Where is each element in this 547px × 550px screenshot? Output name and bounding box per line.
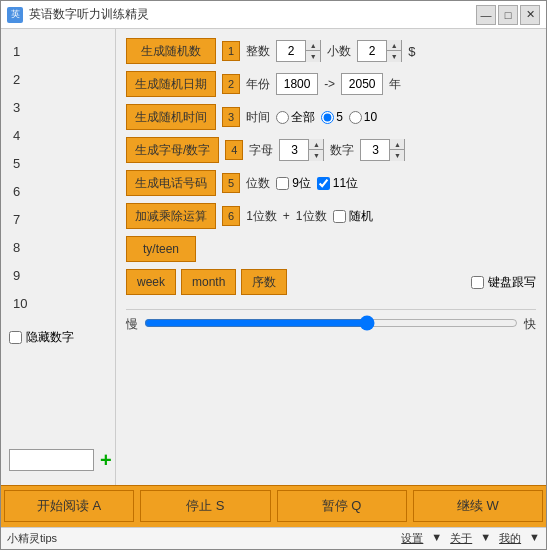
title-bar: 英 英语数字听力训练精灵 — □ ✕ [1, 1, 546, 29]
continue-button[interactable]: 继续 W [413, 490, 543, 522]
footer-bar: 开始阅读 A 停止 S 暂停 Q 继续 W [1, 485, 546, 527]
list-item: 10 [9, 293, 107, 315]
stop-button[interactable]: 停止 S [140, 490, 270, 522]
right-panel: 生成随机数 1 整数 ▲ ▼ 小数 ▲ ▼ [116, 29, 546, 485]
radio-10-input[interactable] [349, 111, 362, 124]
dec-down[interactable]: ▼ [387, 51, 401, 62]
radio-all-input[interactable] [276, 111, 289, 124]
keyboard-follow-checkbox[interactable] [471, 276, 484, 289]
letter-value[interactable] [280, 140, 308, 160]
ty-teen-button[interactable]: ty/teen [126, 236, 196, 262]
letter-digit-button[interactable]: 生成字母/数字 [126, 137, 219, 163]
list-item: 3 [9, 97, 107, 119]
random-date-row: 生成随机日期 2 年份 -> 年 [126, 70, 536, 98]
main-window: 英 英语数字听力训练精灵 — □ ✕ 1 2 3 4 5 6 7 8 9 10 [0, 0, 547, 550]
left-panel: 1 2 3 4 5 6 7 8 9 10 隐藏数字 0 + [1, 29, 116, 485]
badge-1: 1 [222, 41, 240, 61]
random-date-button[interactable]: 生成随机日期 [126, 71, 216, 97]
from-year-input[interactable] [276, 73, 318, 95]
time-radio-group: 全部 5 10 [276, 109, 377, 126]
dec-value[interactable] [358, 41, 386, 61]
letter-up[interactable]: ▲ [309, 139, 323, 150]
main-input[interactable]: 0 [9, 449, 94, 471]
opt9-label: 9位 [292, 175, 311, 192]
badge-4: 4 [225, 140, 243, 160]
year-suffix: 年 [389, 76, 401, 93]
radio-5-label: 5 [336, 110, 343, 124]
year-arrow: -> [324, 77, 335, 91]
keyboard-follow-label: 键盘跟写 [488, 274, 536, 291]
opt11-checkbox[interactable] [317, 177, 330, 190]
maximize-button[interactable]: □ [498, 5, 518, 25]
week-button[interactable]: week [126, 269, 176, 295]
opt11-check: 11位 [317, 175, 358, 192]
dec-up[interactable]: ▲ [387, 40, 401, 51]
phone-number-row: 生成电话号码 5 位数 9位 11位 [126, 169, 536, 197]
random-checkbox[interactable] [333, 210, 346, 223]
operand1-label: 1位数 [246, 208, 277, 225]
settings-link[interactable]: 设置 [401, 531, 423, 546]
add-button[interactable]: + [100, 450, 112, 470]
month-button[interactable]: month [181, 269, 236, 295]
badge-5: 5 [222, 173, 240, 193]
letter-digit-row: 生成字母/数字 4 字母 ▲ ▼ 数字 ▲ ▼ [126, 136, 536, 164]
to-year-input[interactable] [341, 73, 383, 95]
op-label: + [283, 209, 290, 223]
speed-section: 慢 快 [126, 305, 536, 335]
list-item: 5 [9, 153, 107, 175]
random-label: 随机 [349, 208, 373, 225]
list-item: 9 [9, 265, 107, 287]
random-number-row: 生成随机数 1 整数 ▲ ▼ 小数 ▲ ▼ [126, 37, 536, 65]
close-button[interactable]: ✕ [520, 5, 540, 25]
status-bar: 小精灵tips 设置 ▼ 关于 ▼ 我的 ▼ [1, 527, 546, 549]
title-bar-left: 英 英语数字听力训练精灵 [7, 6, 149, 23]
dollar-label: $ [408, 44, 415, 59]
random-number-button[interactable]: 生成随机数 [126, 38, 216, 64]
digit-value[interactable] [361, 140, 389, 160]
random-time-row: 生成随机时间 3 时间 全部 5 10 [126, 103, 536, 131]
time-label: 时间 [246, 109, 270, 126]
slow-label: 慢 [126, 316, 138, 333]
number-list: 1 2 3 4 5 6 7 8 9 10 [9, 39, 107, 315]
ty-teen-row: ty/teen [126, 235, 536, 263]
speed-slider[interactable] [144, 314, 518, 332]
int-down[interactable]: ▼ [306, 51, 320, 62]
math-button[interactable]: 加减乘除运算 [126, 203, 216, 229]
badge-2: 2 [222, 74, 240, 94]
badge-6: 6 [222, 206, 240, 226]
list-item: 6 [9, 181, 107, 203]
list-item: 1 [9, 41, 107, 63]
hide-numbers-checkbox[interactable] [9, 331, 22, 344]
about-link[interactable]: 关于 [450, 531, 472, 546]
letter-spinner: ▲ ▼ [279, 139, 324, 161]
input-area: 0 + [9, 445, 107, 475]
pause-button[interactable]: 暂停 Q [277, 490, 407, 522]
opt9-checkbox[interactable] [276, 177, 289, 190]
minimize-button[interactable]: — [476, 5, 496, 25]
radio-5-input[interactable] [321, 111, 334, 124]
badge-3: 3 [222, 107, 240, 127]
int-value[interactable] [277, 41, 305, 61]
list-item: 2 [9, 69, 107, 91]
list-item: 4 [9, 125, 107, 147]
hide-numbers-row: 隐藏数字 [9, 329, 107, 346]
window-title: 英语数字听力训练精灵 [29, 6, 149, 23]
random-time-button[interactable]: 生成随机时间 [126, 104, 216, 130]
radio-5: 5 [321, 110, 343, 124]
list-item: 8 [9, 237, 107, 259]
int-label: 整数 [246, 43, 270, 60]
status-sep2: ▼ [480, 531, 491, 546]
hide-numbers-label: 隐藏数字 [26, 329, 74, 346]
mine-link[interactable]: 我的 [499, 531, 521, 546]
opt11-label: 11位 [333, 175, 358, 192]
list-item: 7 [9, 209, 107, 231]
digit-down[interactable]: ▼ [390, 150, 404, 161]
sequence-button[interactable]: 序数 [241, 269, 287, 295]
phone-number-button[interactable]: 生成电话号码 [126, 170, 216, 196]
dec-label: 小数 [327, 43, 351, 60]
start-button[interactable]: 开始阅读 A [4, 490, 134, 522]
main-content: 1 2 3 4 5 6 7 8 9 10 隐藏数字 0 + [1, 29, 546, 485]
digit-up[interactable]: ▲ [390, 139, 404, 150]
int-up[interactable]: ▲ [306, 40, 320, 51]
letter-down[interactable]: ▼ [309, 150, 323, 161]
